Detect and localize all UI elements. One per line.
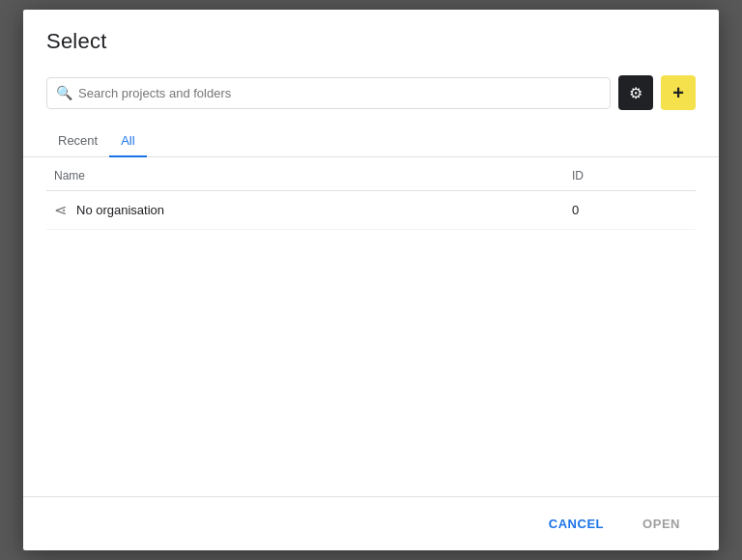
add-button[interactable]: + bbox=[661, 75, 696, 110]
search-input[interactable] bbox=[46, 77, 611, 109]
add-icon: + bbox=[672, 82, 684, 104]
row-id-cell: 0 bbox=[572, 203, 688, 217]
tab-all[interactable]: All bbox=[109, 126, 146, 157]
select-dialog: Select 🔍 ⚙ + Recent All Name ID ⋖ No org… bbox=[23, 10, 719, 550]
row-name: No organisation bbox=[76, 203, 164, 217]
cancel-button[interactable]: CANCEL bbox=[533, 509, 619, 539]
table-header: Name ID bbox=[46, 157, 696, 191]
search-wrapper: 🔍 bbox=[46, 77, 611, 109]
dialog-title: Select bbox=[46, 29, 696, 54]
org-icon: ⋖ bbox=[54, 201, 67, 219]
dialog-footer: CANCEL OPEN bbox=[23, 496, 719, 550]
dialog-header: Select bbox=[23, 10, 719, 66]
tabs-row: Recent All bbox=[23, 118, 719, 157]
row-name-cell: ⋖ No organisation bbox=[54, 201, 572, 219]
dialog-toolbar: 🔍 ⚙ + bbox=[23, 66, 719, 110]
column-header-name: Name bbox=[54, 169, 572, 182]
settings-button[interactable]: ⚙ bbox=[618, 75, 653, 110]
table-container: Name ID ⋖ No organisation 0 bbox=[23, 157, 719, 496]
table-row[interactable]: ⋖ No organisation 0 bbox=[46, 191, 696, 230]
settings-icon: ⚙ bbox=[629, 84, 642, 102]
open-button[interactable]: OPEN bbox=[627, 509, 696, 539]
column-header-id: ID bbox=[572, 169, 688, 182]
tab-recent[interactable]: Recent bbox=[46, 126, 109, 157]
